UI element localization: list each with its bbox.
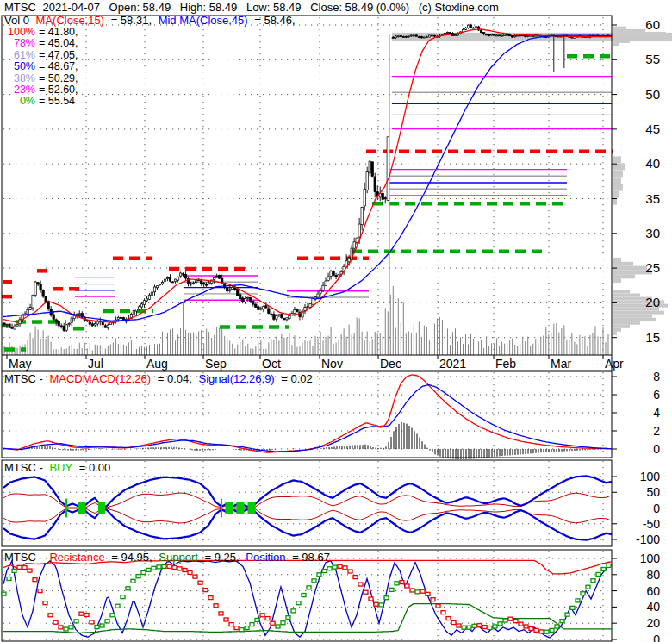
chart-canvas: 60555045403530252015MayJulAugSepOctNovDe…	[0, 0, 672, 642]
sub-axis-label: 8	[653, 370, 660, 383]
month-axis-label: Mar	[551, 357, 571, 371]
fib-legend-row: 50%= 48.67,	[4, 61, 78, 72]
ma15-label: MA(Close,15)	[36, 14, 104, 27]
support-value: = 9.25,	[205, 551, 240, 564]
month-axis-label: Jul	[88, 357, 103, 371]
fib-legend-row: 61%= 47.05,	[4, 50, 78, 61]
ticker-symbol: MTSC	[4, 1, 36, 14]
fib-percent: 78%	[4, 38, 35, 49]
fib-percent: 61%	[4, 50, 35, 61]
month-axis-label: Apr	[605, 357, 624, 371]
fib-value: = 45.04,	[39, 37, 78, 49]
fib-value: = 47.05,	[39, 49, 78, 61]
month-axis-label: May	[9, 357, 31, 371]
price-axis-label: 35	[645, 191, 660, 206]
volume-label: Vol 0	[4, 14, 29, 27]
fib-value: = 50.29,	[39, 72, 78, 84]
fib-value: = 41.80,	[39, 26, 78, 38]
sub-axis-label: 40	[646, 600, 660, 614]
macd-header: MTSC - MACDMACD(12,26) = 0.04, Signal(12…	[4, 373, 316, 385]
fib-percent: 23%	[4, 84, 35, 96]
sub-axis-label: 0	[653, 502, 660, 515]
fib-value: = 48.67,	[39, 60, 78, 72]
month-axis-label: Aug	[146, 357, 168, 371]
price-axis-label: 45	[645, 122, 660, 136]
signal-value: = 0.02	[281, 372, 313, 385]
fib-percent: 0%	[4, 96, 35, 107]
ma15-value: = 58.31,	[111, 14, 152, 27]
quote-low: Low: 58.49	[246, 1, 302, 14]
fib-legend-row: 0%= 55.54	[4, 96, 78, 107]
position-label: Position	[246, 551, 285, 564]
buy-value: = 0.00	[79, 461, 111, 474]
pos-prefix: MTSC -	[4, 551, 43, 564]
macd-label: MACDMACD(12,26)	[49, 372, 151, 385]
sub-axis-label: -100	[636, 533, 660, 546]
fib-value: = 55.54	[39, 95, 75, 107]
price-axis-label: 40	[645, 156, 660, 171]
price-axis-label: 15	[645, 330, 660, 345]
buy-prefix: MTSC -	[4, 461, 43, 474]
position-value: = 98.67	[292, 551, 330, 564]
sub-axis-label: 100	[640, 470, 661, 483]
macd-prefix: MTSC -	[4, 372, 43, 385]
month-axis-label: Sep	[205, 357, 227, 371]
buy-header: MTSC - BUY = 0.00	[4, 462, 114, 474]
month-axis-label: Dec	[380, 357, 401, 371]
quote-close: Close: 58.49 (0.0%)	[310, 1, 409, 14]
quote-date: 2021-04-07	[42, 1, 100, 14]
price-axis-label: 50	[645, 87, 660, 102]
resistance-value: = 94.95,	[111, 551, 152, 564]
fib-legend-row: 100%= 41.80,	[4, 27, 78, 38]
price-axis-label: 30	[645, 226, 660, 240]
buy-label: BUY	[49, 461, 72, 474]
signal-label: Signal(12,26,9)	[199, 372, 275, 385]
stock-chart-page: 60555045403530252015MayJulAugSepOctNovDe…	[0, 0, 672, 642]
sub-axis-label: 4	[653, 406, 660, 420]
month-axis-label: Oct	[262, 357, 281, 371]
fib-legend-row: 23%= 52.60,	[4, 84, 78, 96]
ma-header: Vol 0 MA(Close,15) = 58.31, Mid MA(Close…	[4, 15, 299, 27]
price-axis-label: 25	[645, 260, 660, 275]
sub-axis-label: 20	[646, 616, 660, 630]
sub-axis-label: 80	[646, 568, 660, 582]
fib-legend-row: 78%= 45.04,	[4, 38, 78, 49]
main-header: MTSC 2021-04-07 Open: 58.49 High: 58.49 …	[4, 2, 505, 14]
month-axis-label: 2021	[439, 357, 466, 371]
resistance-label: Resistance	[49, 551, 104, 564]
ma45-value: = 58.46,	[254, 14, 295, 27]
ma45-label: Mid MA(Close,45)	[159, 14, 248, 27]
copyright-label: (c) Stoxline.com	[419, 1, 499, 14]
sub-axis-label: 50	[646, 485, 660, 499]
sub-axis-label: -50	[643, 517, 660, 531]
quote-high: High: 58.49	[180, 1, 238, 14]
sub-axis-label: 60	[646, 584, 660, 598]
macd-value: = 0.04,	[158, 372, 192, 385]
position-header: MTSC - Resistance = 94.95, Support = 9.2…	[4, 552, 333, 564]
fib-percent: 100%	[4, 27, 35, 38]
price-axis-label: 55	[645, 52, 660, 66]
fibonacci-legend: 100%= 41.80,78%= 45.04,61%= 47.05,50%= 4…	[4, 27, 78, 108]
fib-percent: 38%	[4, 73, 35, 84]
sub-axis-label: 2	[653, 424, 660, 438]
fib-percent: 50%	[4, 61, 35, 72]
price-axis-label: 60	[645, 17, 660, 32]
sub-axis-label: 0	[653, 442, 660, 456]
month-axis-label: Nov	[321, 357, 343, 371]
month-axis-label: Feb	[495, 357, 516, 371]
sub-axis-label: 100	[640, 552, 661, 565]
support-label: Support	[159, 551, 198, 564]
fib-value: = 52.60,	[39, 84, 78, 96]
price-axis-label: 20	[645, 295, 660, 309]
fib-legend-row: 38%= 50.29,	[4, 73, 78, 84]
sub-axis-label: 6	[653, 388, 660, 402]
quote-open: Open: 58.49	[109, 1, 171, 14]
sub-axis-label: 0	[653, 633, 660, 642]
